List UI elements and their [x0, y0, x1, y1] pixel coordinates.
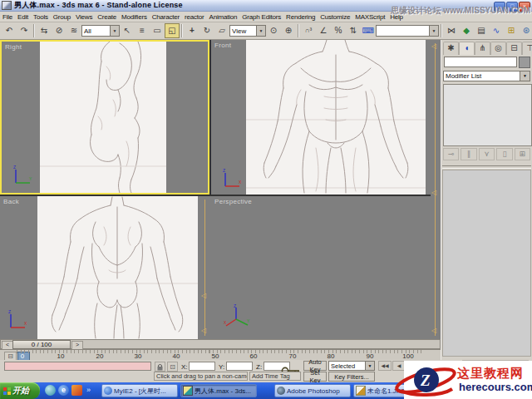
menu-rendering[interactable]: Rendering — [283, 13, 318, 21]
align-icon[interactable]: ◆ — [459, 23, 474, 38]
menu-graph-editors[interactable]: Graph Editors — [239, 13, 283, 21]
viewport-back[interactable]: Back — [0, 196, 200, 339]
taskbar-item-myie2[interactable]: MyIE2 - [火星时... — [101, 384, 178, 397]
viewport-perspective-label[interactable]: Perspective — [214, 198, 252, 205]
selected-dropdown[interactable]: Selected ▼ — [328, 361, 375, 371]
menu-character[interactable]: Character — [150, 13, 182, 21]
select-rotate-icon[interactable]: ↻ — [200, 23, 214, 38]
taskbar-item-3dsmax[interactable]: 男人体.max - 3ds... — [180, 384, 257, 397]
modifier-stack[interactable] — [443, 84, 532, 146]
menu-modifiers[interactable]: Modifiers — [119, 13, 150, 21]
viewport-right[interactable]: Right — [0, 40, 209, 195]
viewport-front-label[interactable]: Front — [214, 42, 231, 49]
key-filters-button[interactable]: Key Filters... — [328, 372, 375, 382]
menu-create[interactable]: Create — [95, 13, 119, 21]
select-object-icon[interactable]: ↖ — [120, 23, 135, 38]
x-coordinate-field[interactable] — [189, 362, 215, 371]
add-time-tag[interactable]: Add Time Tag — [249, 372, 301, 381]
snap-3d-icon[interactable]: ∩³ — [301, 23, 316, 38]
tab-hierarchy-icon[interactable]: ⋔ — [475, 42, 490, 55]
quick-launch-icon-1[interactable] — [45, 385, 56, 396]
viewport-front[interactable]: Front — [211, 40, 431, 195]
y-coordinate-field[interactable] — [226, 362, 253, 371]
reference-coord-dropdown[interactable]: View ▼ — [229, 25, 266, 37]
menu-edit[interactable]: Edit — [15, 13, 31, 21]
time-slider-grip[interactable]: 0 / 100 — [12, 340, 71, 349]
absolute-offset-toggle-icon[interactable]: ⊡ — [167, 362, 178, 372]
tab-display-icon[interactable]: ⊟ — [506, 42, 522, 55]
named-selection-dropdown[interactable]: ▼ — [376, 25, 439, 37]
pin-stack-icon[interactable]: ⊸ — [443, 148, 459, 160]
title-bar[interactable]: 男人体.max - 3ds max 6 - Stand-alone Licens… — [0, 0, 532, 12]
menu-animation[interactable]: Animation — [207, 13, 240, 21]
tab-modify-icon[interactable]: ◖ — [459, 42, 475, 55]
viewport-right-label[interactable]: Right — [5, 43, 22, 51]
viewport-splitter-right[interactable]: ◁ ◁ ◁ — [431, 40, 441, 339]
viewport-back-label[interactable]: Back — [3, 198, 19, 205]
tab-motion-icon[interactable]: ◎ — [490, 42, 506, 55]
show-end-result-icon[interactable]: ∥ — [461, 148, 476, 160]
curve-editor-icon[interactable]: ∿ — [489, 23, 504, 38]
menu-views[interactable]: Views — [73, 13, 95, 21]
material-editor-icon[interactable]: ⊛ — [519, 23, 532, 38]
menu-file[interactable]: File — [0, 13, 15, 21]
tab-utilities-icon[interactable]: ⊤ — [522, 42, 532, 55]
remove-modifier-icon[interactable]: ▯ — [496, 148, 512, 160]
selection-region-icon[interactable]: ▭ — [150, 23, 165, 38]
menu-maxscript[interactable]: MAXScript — [352, 13, 387, 21]
object-color-swatch[interactable] — [519, 57, 530, 68]
selection-filter-dropdown[interactable]: All ▼ — [81, 25, 120, 37]
track-bar[interactable]: ⊟ 0 10 20 30 40 50 60 70 80 90 100 — [0, 349, 441, 360]
angle-snap-icon[interactable]: ∠ — [316, 23, 331, 38]
viewport-perspective[interactable]: Perspective Z X Y — [211, 196, 431, 339]
quick-launch-icon-3[interactable] — [71, 385, 82, 396]
select-move-icon[interactable]: + — [185, 23, 200, 38]
make-unique-icon[interactable]: ⋎ — [479, 148, 495, 160]
start-button[interactable]: 开始 — [0, 382, 40, 399]
use-center-icon[interactable]: ⊙ — [266, 23, 281, 38]
dropdown-arrow-icon[interactable]: ▼ — [256, 26, 265, 36]
select-manipulate-icon[interactable]: ⊕ — [281, 23, 296, 38]
axis-tripod-icon: Z Y — [12, 165, 33, 186]
object-name-field[interactable] — [444, 57, 517, 67]
viewport-splitter-vertical[interactable]: ◁ ◁ — [200, 196, 211, 339]
dropdown-arrow-icon[interactable]: ▼ — [429, 26, 438, 36]
configure-modifier-sets-icon[interactable]: ⊞ — [515, 148, 530, 160]
unlink-icon[interactable]: ⊘ — [52, 23, 66, 38]
dropdown-arrow-icon[interactable]: ▼ — [520, 71, 530, 81]
select-link-icon[interactable]: ⇆ — [37, 23, 52, 38]
layer-manager-icon[interactable]: ▤ — [474, 23, 489, 38]
select-scale-icon[interactable]: ▱ — [214, 23, 229, 38]
window-crossing-icon[interactable]: ◱ — [165, 23, 180, 38]
percent-snap-icon[interactable]: % — [331, 23, 346, 38]
minimize-button[interactable]: – — [494, 2, 505, 12]
quick-launch-ie-icon[interactable]: e — [58, 385, 69, 396]
maxscript-mini-listener[interactable] — [4, 362, 151, 371]
menu-customize[interactable]: Customize — [318, 13, 352, 21]
spinner-snap-icon[interactable]: ⇅ — [346, 23, 361, 38]
undo-icon[interactable]: ↶ — [2, 23, 17, 38]
menu-tools[interactable]: Tools — [31, 13, 51, 21]
quick-launch-chevron-icon[interactable]: » — [86, 386, 91, 394]
redo-icon[interactable]: ↷ — [17, 23, 32, 38]
menu-reactor[interactable]: reactor — [182, 13, 207, 21]
keyboard-override-icon[interactable]: ⌨ — [361, 23, 376, 38]
dropdown-arrow-icon[interactable]: ▼ — [365, 362, 374, 370]
image-plane-front — [246, 40, 426, 195]
set-key-button[interactable]: Set Key — [303, 372, 327, 382]
selection-lock-icon[interactable] — [155, 362, 165, 372]
menu-group[interactable]: Group — [51, 13, 73, 21]
close-button[interactable]: × — [519, 2, 530, 12]
go-to-start-icon[interactable]: ◀◀ — [378, 361, 392, 371]
select-by-name-icon[interactable]: ≡ — [135, 23, 150, 38]
bind-spacewarp-icon[interactable]: ≋ — [66, 23, 81, 38]
menu-help[interactable]: Help — [387, 13, 406, 21]
tab-create-icon[interactable]: ✱ — [443, 42, 459, 55]
mirror-icon[interactable]: ⋈ — [444, 23, 459, 38]
schematic-view-icon[interactable]: ⊞ — [504, 23, 519, 38]
taskbar-item-photoshop[interactable]: Adobe Photoshop — [274, 384, 351, 397]
time-slider-track[interactable]: < 0 / 100 > — [0, 339, 441, 349]
dropdown-arrow-icon[interactable]: ▼ — [110, 26, 119, 36]
maximize-button[interactable]: □ — [506, 2, 518, 12]
modifier-list-dropdown[interactable]: Modifier List ▼ — [443, 71, 530, 81]
